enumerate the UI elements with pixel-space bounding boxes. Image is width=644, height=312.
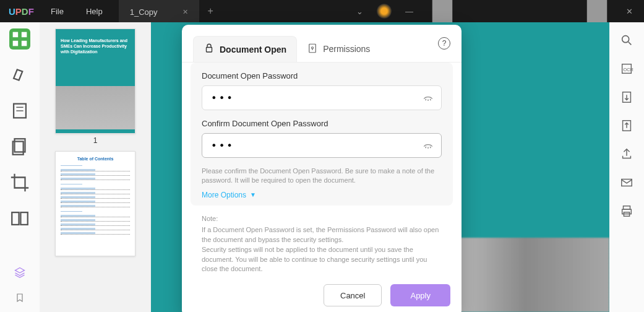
svg-text:OCR: OCR: [624, 67, 633, 72]
confirm-password-label: Confirm Document Open Password: [202, 119, 442, 128]
ocr-icon[interactable]: OCR: [620, 62, 633, 76]
chevron-down-icon[interactable]: ⌄: [356, 7, 363, 16]
menu-help[interactable]: Help: [75, 0, 114, 22]
right-toolbar: OCR: [609, 22, 644, 312]
svg-rect-21: [624, 206, 630, 210]
more-options-label: More Options: [202, 191, 246, 199]
tab-title: 1_Copy: [130, 7, 158, 17]
highlight-tool[interactable]: [9, 64, 30, 85]
password-input[interactable]: [202, 85, 442, 110]
apply-button[interactable]: Apply: [390, 284, 450, 306]
bookmark-icon[interactable]: [15, 292, 25, 306]
svg-rect-1: [13, 32, 19, 38]
share-icon[interactable]: [620, 147, 633, 161]
titlebar: UPDF File Help 1_Copy ✕ + ⌄ ― ✕: [0, 0, 644, 22]
note-line-2: Security settings will not be applied to…: [202, 245, 442, 275]
eye-toggle-confirm-icon[interactable]: [422, 139, 434, 152]
svg-rect-25: [309, 44, 316, 53]
permissions-icon: [307, 43, 318, 56]
eye-toggle-icon[interactable]: [422, 92, 434, 104]
close-window-icon[interactable]: ✕: [626, 7, 633, 16]
svg-rect-20: [622, 180, 632, 186]
chevron-down-icon: ▼: [250, 191, 256, 198]
modal-body: Document Open Password Confirm Document …: [191, 63, 453, 206]
password-modal: Document Open Permissions ? Document Ope…: [182, 25, 462, 312]
tab-document-open[interactable]: Document Open: [193, 36, 297, 62]
convert-icon[interactable]: [620, 90, 633, 104]
password-help-text: Please confirm the Document Open Passwor…: [202, 167, 442, 186]
thumbnail-page-1[interactable]: How Leading Manufacturers and SMEs Can I…: [48, 28, 142, 145]
crop-tool[interactable]: [9, 172, 30, 193]
text-tool[interactable]: [9, 100, 30, 121]
password-label: Document Open Password: [202, 71, 442, 80]
close-tab-icon[interactable]: ✕: [182, 8, 188, 16]
thumbnail-page1-number: 1: [93, 136, 98, 145]
svg-rect-4: [22, 41, 27, 46]
modal-tabs: Document Open Permissions ?: [182, 31, 462, 63]
minimize-icon[interactable]: ―: [405, 7, 413, 16]
layers-icon[interactable]: [14, 266, 26, 281]
thumbnail-page1-title: How Leading Manufacturers and SMEs Can I…: [61, 38, 131, 54]
note-line-1: If a Document Open Password is set, the …: [202, 225, 442, 245]
note-heading: Note:: [202, 214, 442, 224]
thumbnail-page-2[interactable]: Table of Contents ——————— ——————— ——————…: [48, 151, 142, 256]
document-tab[interactable]: 1_Copy ✕: [119, 0, 199, 22]
new-tab-button[interactable]: +: [199, 0, 222, 22]
export-icon[interactable]: [620, 119, 633, 132]
compare-tool[interactable]: [9, 208, 30, 229]
search-icon[interactable]: [620, 33, 633, 47]
note-section: Note: If a Document Open Password is set…: [182, 212, 462, 281]
thumbnail-panel: How Leading Manufacturers and SMEs Can I…: [40, 22, 151, 312]
toc-title: Table of Contents: [61, 157, 130, 161]
app-logo: UPDF: [0, 6, 40, 17]
email-icon[interactable]: [620, 176, 633, 189]
svg-rect-10: [12, 212, 19, 225]
tab-permissions-label: Permissions: [323, 44, 370, 54]
svg-line-15: [629, 42, 632, 45]
svg-rect-24: [207, 48, 212, 53]
lock-icon: [204, 43, 215, 56]
confirm-password-input[interactable]: [202, 133, 442, 158]
svg-rect-3: [13, 41, 19, 46]
modal-actions: Cancel Apply: [182, 280, 462, 308]
premium-icon[interactable]: [377, 4, 392, 19]
left-toolbar-bottom: [0, 266, 40, 306]
svg-point-26: [312, 46, 314, 48]
page-tool[interactable]: [9, 136, 30, 157]
svg-point-14: [622, 36, 629, 43]
cancel-button[interactable]: Cancel: [324, 284, 382, 306]
menu-file[interactable]: File: [40, 0, 75, 22]
more-options-link[interactable]: More Options ▼: [202, 191, 442, 199]
svg-rect-2: [22, 32, 27, 38]
thumbnails-tool[interactable]: [9, 28, 30, 50]
print-icon[interactable]: [620, 204, 633, 218]
help-icon[interactable]: ?: [438, 37, 450, 50]
tab-document-open-label: Document Open: [220, 45, 286, 54]
tab-permissions[interactable]: Permissions: [297, 37, 380, 62]
svg-rect-11: [20, 212, 27, 225]
